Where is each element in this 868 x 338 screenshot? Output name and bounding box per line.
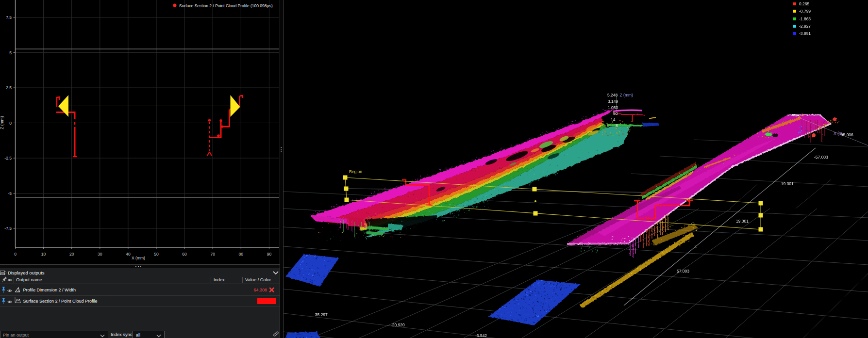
svg-text:90: 90: [267, 252, 272, 257]
svg-text:10: 10: [41, 252, 46, 257]
svg-text:40: 40: [126, 252, 131, 257]
svg-text:-7.5: -7.5: [4, 226, 12, 231]
svg-text:1.050: 1.050: [608, 105, 618, 110]
svg-text:70: 70: [210, 252, 215, 257]
svg-text:-19.001: -19.001: [780, 181, 794, 186]
svg-text:0: 0: [9, 121, 12, 126]
svg-text:19.001: 19.001: [736, 219, 749, 224]
svg-text:57.003: 57.003: [677, 269, 689, 274]
svg-text:-35.297: -35.297: [314, 312, 328, 317]
svg-text:30: 30: [98, 252, 102, 257]
svg-text:-6.542: -6.542: [475, 333, 487, 338]
svg-text:-1.863: -1.863: [799, 16, 811, 21]
svg-text:5: 5: [9, 50, 12, 55]
svg-text:Region: Region: [349, 169, 362, 174]
svg-text:50: 50: [613, 111, 618, 116]
svg-text:-5: -5: [8, 191, 12, 196]
svg-text:Z (mm): Z (mm): [620, 93, 634, 97]
svg-text:60: 60: [182, 252, 187, 257]
svg-text:-0.799: -0.799: [799, 9, 811, 14]
svg-text:-2.5: -2.5: [4, 156, 12, 161]
svg-text:X (mm): X (mm): [132, 256, 145, 260]
svg-text:Surface Section 2 / Point Clou: Surface Section 2 / Point Cloud Profile …: [179, 3, 273, 8]
svg-text:-3.991: -3.991: [799, 31, 811, 36]
svg-text:20: 20: [69, 252, 74, 257]
svg-text:14: 14: [611, 117, 616, 122]
svg-text:7.5: 7.5: [6, 15, 12, 20]
svg-text:8: 8: [616, 123, 618, 128]
svg-text:0.265: 0.265: [799, 1, 810, 6]
svg-text:0: 0: [14, 252, 17, 257]
svg-text:2.5: 2.5: [6, 85, 12, 90]
svg-text:3.149: 3.149: [608, 99, 618, 104]
svg-text:50: 50: [154, 252, 159, 257]
svg-text:-57.003: -57.003: [814, 155, 828, 160]
svg-text:Z (mm): Z (mm): [0, 116, 4, 129]
svg-text:80: 80: [239, 252, 244, 257]
svg-text:-2.927: -2.927: [799, 24, 811, 29]
svg-text:-20.920: -20.920: [391, 322, 405, 327]
